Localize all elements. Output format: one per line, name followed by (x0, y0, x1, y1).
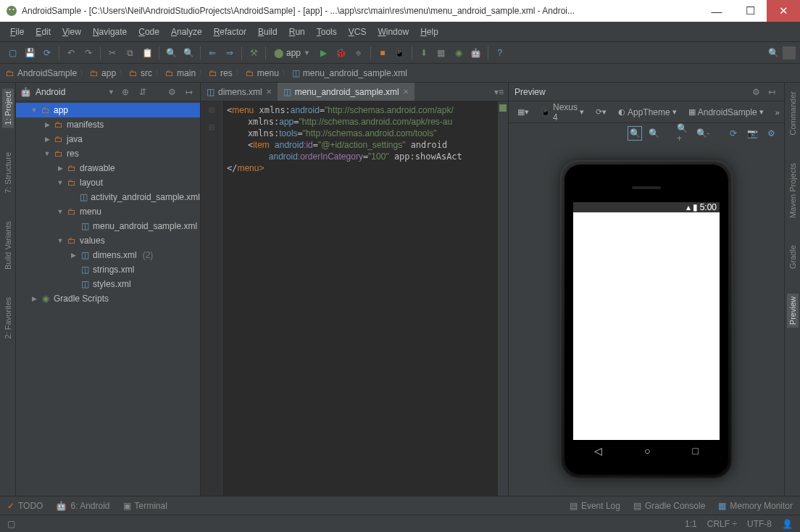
tree-node[interactable]: ▶🗀java (16, 132, 200, 146)
menu-tools[interactable]: Tools (311, 24, 343, 40)
open-file-icon[interactable]: ▢ (4, 45, 20, 61)
tree-node[interactable]: ▼🗀app (16, 103, 200, 117)
screenshot-icon[interactable]: 📷 (745, 126, 759, 141)
editor-tab[interactable]: ◫dimens.xml✕ (201, 83, 278, 101)
breadcrumb-segment[interactable]: 🗀src〉 (129, 68, 162, 78)
user-icon[interactable] (783, 46, 796, 59)
hide-panel-icon[interactable]: ↤ (765, 87, 778, 97)
chevron-down-icon[interactable]: ▼ (108, 88, 114, 96)
maximize-button[interactable]: ☐ (733, 0, 767, 22)
menu-edit[interactable]: Edit (30, 24, 57, 40)
breadcrumb-segment[interactable]: 🗀main〉 (165, 68, 206, 78)
tab-list-icon[interactable]: ▾≡ (490, 87, 508, 97)
save-all-icon[interactable]: 💾 (22, 45, 38, 61)
back-nav-icon[interactable]: ◁ (594, 445, 602, 457)
status-icon[interactable]: ▢ (7, 519, 15, 529)
tree-node[interactable]: ◫strings.xml (16, 262, 200, 277)
theme-selector[interactable]: ◐AppTheme▾ (614, 106, 681, 119)
tree-node[interactable]: ▶◫dimens.xml(2) (16, 248, 200, 262)
find-icon[interactable]: 🔍 (163, 45, 179, 61)
close-tab-icon[interactable]: ✕ (403, 88, 409, 96)
tool-tab-commander[interactable]: Commander (787, 88, 799, 138)
menu-analyze[interactable]: Analyze (165, 24, 208, 40)
tree-node[interactable]: ▶🗀drawable (16, 161, 200, 175)
sync-icon[interactable]: ⟳ (39, 45, 55, 61)
orientation-icon[interactable]: ⟳▾ (591, 106, 611, 118)
search-everywhere-icon[interactable]: 🔍 (765, 45, 781, 61)
zoom-actual-icon[interactable]: 🔍 (646, 126, 661, 141)
minimize-button[interactable]: — (700, 0, 733, 22)
run-config-selector[interactable]: ⬤app▼ (270, 48, 314, 58)
close-button[interactable]: ✕ (767, 0, 800, 22)
menu-navigate[interactable]: Navigate (87, 24, 133, 40)
more-icon[interactable]: » (771, 107, 784, 118)
tool-tab-preview[interactable]: Preview (787, 294, 799, 328)
redo-icon[interactable]: ↷ (80, 45, 96, 61)
menu-run[interactable]: Run (283, 24, 311, 40)
android-monitor-icon[interactable]: ◉ (451, 45, 467, 61)
cut-icon[interactable]: ✂ (104, 45, 120, 61)
debug-icon[interactable]: 🐞 (333, 45, 349, 61)
close-tab-icon[interactable]: ✕ (266, 88, 272, 96)
zoom-fit-icon[interactable]: 🔍 (628, 126, 642, 141)
tree-node[interactable]: ▼🗀res (16, 146, 200, 161)
device-screen[interactable]: ▴ ▮ 5:00 (573, 202, 720, 440)
tree-node[interactable]: ▶◉Gradle Scripts (16, 291, 200, 306)
tool-tab--structure[interactable]: 7: Structure (2, 149, 14, 196)
device-selector[interactable]: 📱Nexus 4▾ (536, 101, 588, 124)
menu-code[interactable]: Code (133, 24, 165, 40)
menu-vcs[interactable]: VCS (343, 24, 372, 40)
gear-icon[interactable]: ⚙ (165, 87, 178, 97)
tree-node[interactable]: ◫menu_android_sample.xml (16, 219, 200, 233)
inspector-icon[interactable]: 👤 (782, 519, 793, 529)
zoom-out-icon[interactable]: 🔍- (696, 126, 710, 141)
make-icon[interactable]: ⚒ (246, 45, 262, 61)
config-selector[interactable]: ▦AndroidSample▾ (684, 106, 768, 119)
menu-file[interactable]: File (4, 24, 30, 40)
tool-tab-gradle[interactable]: Gradle (787, 242, 799, 272)
tree-node[interactable]: ◫activity_android_sample.xml (16, 190, 200, 204)
copy-icon[interactable]: ⧉ (122, 45, 138, 61)
memory-monitor-tab[interactable]: ▦Memory Monitor (718, 501, 793, 511)
home-nav-icon[interactable]: ○ (644, 445, 650, 457)
help-icon[interactable]: ? (492, 45, 508, 61)
breadcrumb-segment[interactable]: ◫menu_android_sample.xml (292, 68, 407, 78)
gradle-console-tab[interactable]: ▤Gradle Console (633, 501, 705, 511)
file-encoding[interactable]: UTF-8 (747, 519, 772, 529)
run-icon[interactable]: ▶ (316, 45, 332, 61)
breadcrumb-segment[interactable]: 🗀menu〉 (246, 68, 289, 78)
tool-tab-build-variants[interactable]: Build Variants (2, 218, 14, 273)
line-separator[interactable]: CRLF ÷ (707, 519, 737, 529)
settings-icon[interactable]: ⚙ (764, 126, 778, 141)
zoom-in-icon[interactable]: 🔍+ (677, 126, 691, 141)
terminal-tab[interactable]: ▣Terminal (123, 501, 167, 511)
sdk-manager-icon[interactable]: ⬇ (416, 45, 432, 61)
breadcrumb-segment[interactable]: 🗀app〉 (90, 68, 126, 78)
menu-window[interactable]: Window (372, 24, 414, 40)
code-editor[interactable]: ⊟⊟ <menu xmlns:android="http://schemas.a… (201, 101, 508, 496)
forward-icon[interactable]: ⇒ (222, 45, 238, 61)
caret-position[interactable]: 1:1 (685, 519, 697, 529)
attach-debugger-icon[interactable]: ⎆ (351, 45, 367, 61)
event-log-tab[interactable]: ▤Event Log (570, 501, 620, 511)
tool-tab--favorites[interactable]: 2: Favorites (2, 294, 14, 341)
back-icon[interactable]: ⇐ (204, 45, 220, 61)
avd-manager-icon[interactable]: 📱 (392, 45, 408, 61)
breadcrumb-segment[interactable]: 🗀AndroidSample〉 (6, 68, 87, 78)
android-icon[interactable]: 🤖 (468, 45, 484, 61)
editor-tab[interactable]: ◫menu_android_sample.xml✕ (278, 83, 414, 101)
android-tab[interactable]: 🤖6: Android (56, 501, 109, 511)
paste-icon[interactable]: 📋 (139, 45, 155, 61)
ddms-icon[interactable]: ▦ (433, 45, 449, 61)
breadcrumb-segment[interactable]: 🗀res〉 (209, 68, 243, 78)
menu-help[interactable]: Help (414, 24, 444, 40)
recent-nav-icon[interactable]: □ (693, 445, 699, 457)
tool-tab--project[interactable]: 1: Project (2, 88, 14, 128)
collapse-all-icon[interactable]: ⇵ (136, 87, 149, 97)
tree-node[interactable]: ▼🗀layout (16, 175, 200, 190)
menu-build[interactable]: Build (252, 24, 283, 40)
stop-icon[interactable]: ■ (375, 45, 391, 61)
hide-panel-icon[interactable]: ↦ (183, 87, 196, 97)
todo-tab[interactable]: ✓TODO (7, 501, 43, 511)
code-text[interactable]: <menu xmlns:android="http://schemas.andr… (222, 101, 498, 496)
